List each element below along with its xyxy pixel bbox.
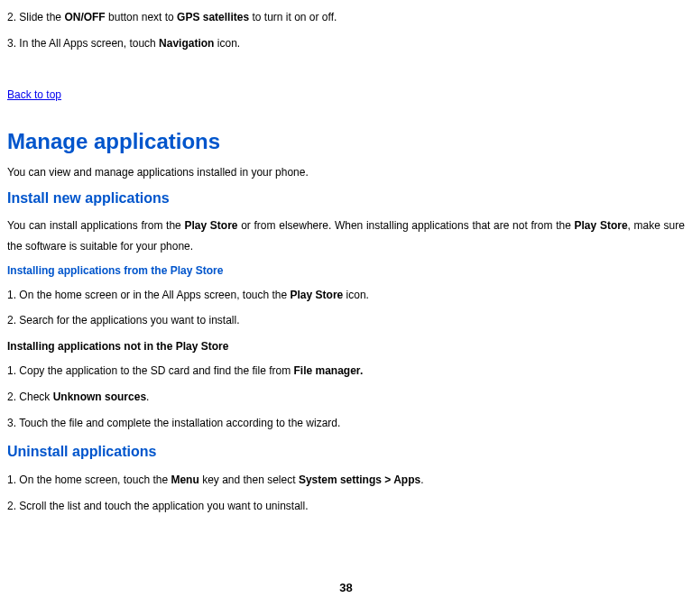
text-fragment: 1. On the home screen or in the All Apps…	[7, 289, 291, 301]
heading-uninstall-applications: Uninstall applications	[7, 438, 685, 465]
text-fragment: .	[146, 391, 149, 403]
back-to-top-link[interactable]: Back to top	[7, 85, 61, 106]
step-copy-sd-card: 1. Copy the application to the SD card a…	[7, 361, 685, 382]
text-fragment: or from elsewhere. When installing appli…	[237, 219, 574, 232]
bold-text: GPS satellites	[177, 11, 249, 23]
bold-text: Play Store	[575, 219, 628, 232]
text-fragment: You can install applications from the	[7, 219, 184, 232]
text-fragment: 1. Copy the application to the SD card a…	[7, 364, 294, 377]
step-play-store-icon: 1. On the home screen or in the All Apps…	[7, 285, 685, 306]
bold-text: ON/OFF	[64, 11, 105, 23]
bold-text: Play Store	[184, 219, 237, 232]
text-fragment: 1. On the home screen, touch the	[7, 473, 171, 486]
bold-text: File manager.	[294, 364, 364, 377]
text-fragment: icon.	[214, 37, 240, 50]
text-fragment: icon.	[343, 289, 369, 301]
bold-text: System settings > Apps	[299, 473, 420, 486]
step-scroll-uninstall: 2. Scroll the list and touch the applica…	[7, 496, 685, 517]
text-fragment: key and then select	[199, 473, 299, 486]
heading-from-play-store: Installing applications from the Play St…	[7, 261, 685, 281]
text-fragment: button next to	[106, 11, 177, 23]
step-gps-toggle: 2. Slide the ON/OFF button next to GPS s…	[7, 7, 685, 28]
text-fragment: 2. Check	[7, 391, 53, 403]
page-number: 38	[7, 577, 685, 600]
step-complete-install: 3. Touch the file and complete the insta…	[7, 413, 685, 434]
step-unknown-sources: 2. Check Unknown sources.	[7, 387, 685, 408]
heading-manage-applications: Manage applications	[7, 121, 685, 162]
text-fragment: .	[420, 473, 423, 486]
step-navigation-icon: 3. In the All Apps screen, touch Navigat…	[7, 33, 685, 54]
intro-text: You can view and manage applications ins…	[7, 162, 685, 183]
text-fragment: to turn it on or off.	[249, 11, 337, 23]
bold-text: Navigation	[159, 37, 214, 50]
text-fragment: 2. Slide the	[7, 11, 64, 23]
bold-text: Menu	[171, 473, 198, 486]
heading-not-play-store: Installing applications not in the Play …	[7, 336, 685, 357]
install-description: You can install applications from the Pl…	[7, 216, 685, 257]
text-fragment: 3. In the All Apps screen, touch	[7, 37, 159, 50]
bold-text: Play Store	[291, 289, 344, 301]
heading-install-new-applications: Install new applications	[7, 185, 685, 212]
step-search-apps: 2. Search for the applications you want …	[7, 310, 685, 331]
bold-text: Unknown sources	[53, 391, 146, 403]
step-menu-system-settings: 1. On the home screen, touch the Menu ke…	[7, 470, 685, 491]
